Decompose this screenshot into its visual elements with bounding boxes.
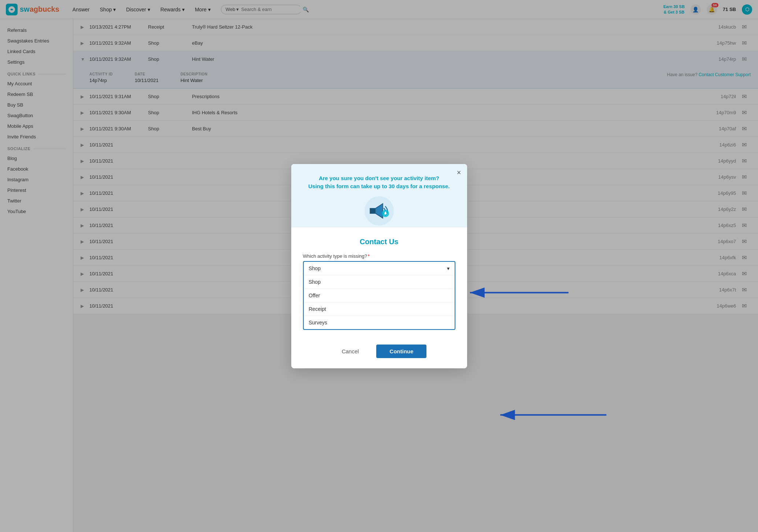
svg-rect-3 (370, 208, 376, 213)
modal-footer: Cancel Continue (291, 345, 467, 368)
activity-type-label: Which activity type is missing?* (303, 253, 455, 259)
svg-point-5 (384, 212, 387, 215)
modal-icon-area (303, 198, 455, 227)
megaphone-icon (363, 194, 396, 227)
dropdown-option-offer[interactable]: Offer (304, 289, 455, 302)
modal-overlay: × Are you sure you don't see your activi… (0, 0, 758, 532)
modal-body: Contact Us Which activity type is missin… (291, 227, 467, 345)
dropdown-option-receipt[interactable]: Receipt (304, 302, 455, 316)
dropdown-option-surveys[interactable]: Surveys (304, 316, 455, 329)
modal-warning-text: Are you sure you don't see your activity… (303, 174, 455, 191)
chevron-down-icon: ▾ (447, 265, 450, 271)
main-content: ▶ 10/13/2021 4:27PM Receipt Truly® Hard … (73, 19, 758, 532)
modal-title: Contact Us (303, 238, 455, 246)
required-marker: * (368, 253, 370, 259)
contact-us-modal: × Are you sure you don't see your activi… (291, 164, 467, 368)
layout: Referrals Swagstakes Entries Linked Card… (0, 19, 758, 532)
cancel-button[interactable]: Cancel (332, 345, 369, 358)
activity-type-form-group: Which activity type is missing?* Shop ▾ … (303, 253, 455, 330)
dropdown-selected[interactable]: Shop ▾ (304, 262, 455, 275)
modal-close-button[interactable]: × (457, 168, 461, 177)
continue-button[interactable]: Continue (376, 345, 426, 358)
dropdown-options: Shop Offer Receipt Surveys (304, 275, 455, 329)
dropdown-option-shop[interactable]: Shop (304, 275, 455, 289)
activity-type-dropdown[interactable]: Shop ▾ Shop Offer Receipt Surveys (303, 261, 455, 330)
modal-header: × Are you sure you don't see your activi… (291, 164, 467, 227)
